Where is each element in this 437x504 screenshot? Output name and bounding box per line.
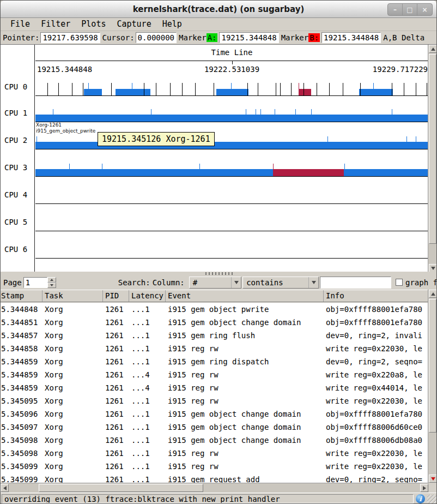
cpu-0-event-tick[interactable] <box>343 83 343 95</box>
info-icon[interactable]: i <box>416 494 425 503</box>
cpu-0-event-tick[interactable] <box>360 83 361 95</box>
table-scroll-thumb[interactable] <box>429 299 436 433</box>
table-row[interactable]: 5.344851Xorg1261...1i915_gem_object_chan… <box>1 316 429 329</box>
graph-scroll-down-icon[interactable] <box>429 264 437 272</box>
cpu-0-event-tick[interactable] <box>258 83 258 95</box>
match-select-arrow-icon[interactable] <box>308 277 318 288</box>
header-task[interactable]: Task <box>43 290 103 302</box>
cpu-2-event-tick[interactable] <box>416 136 416 149</box>
cpu-0-task-bar[interactable] <box>359 89 393 95</box>
cpu-1-event-tick[interactable] <box>260 109 261 122</box>
table-scroll-right-icon[interactable] <box>420 484 428 492</box>
menu-plots[interactable]: Plots <box>76 19 111 30</box>
cpu-0-event-tick[interactable] <box>291 83 292 95</box>
menu-filter[interactable]: Filter <box>35 19 76 30</box>
table-row[interactable]: 5.344858Xorg1261...1i915_reg_rwwrite reg… <box>1 342 429 355</box>
cpu-0-event-tick[interactable] <box>231 83 232 95</box>
cpu-0-event-tick[interactable] <box>170 83 171 95</box>
cpu-2-task-bar[interactable] <box>35 142 428 149</box>
table-row[interactable]: 5.345099Xorg1261...1i915_reg_rwwrite reg… <box>1 460 429 473</box>
table-row[interactable]: 5.345099Xorg1261...1i915_gem_request_add… <box>1 473 429 483</box>
cpu-0-event-tick[interactable] <box>182 83 183 95</box>
cpu-0-event-tick[interactable] <box>195 83 196 95</box>
cpu-2-event-tick[interactable] <box>327 136 328 149</box>
cpu-0-event-tick[interactable] <box>58 83 59 95</box>
cpu-0-event-tick[interactable] <box>156 83 156 95</box>
cpu-0-event-tick[interactable] <box>317 83 317 95</box>
search-input[interactable] <box>320 277 391 289</box>
cpu-0-event-tick[interactable] <box>111 83 112 95</box>
cpu-0-event-tick[interactable] <box>144 83 144 95</box>
cpu-0-task-bar[interactable] <box>116 89 150 95</box>
title-bar[interactable]: kernelshark(trace.dat) (on sugarbay) – □… <box>1 1 436 18</box>
header-pid[interactable]: PID <box>103 290 129 302</box>
cpu-0-event-tick[interactable] <box>72 83 72 95</box>
cpu-0-event-tick[interactable] <box>47 83 48 95</box>
cpu-3-event-tick[interactable] <box>199 164 200 176</box>
table-row[interactable]: 5.345095Xorg1261...1i915_reg_rwwrite reg… <box>1 394 429 407</box>
cpu-0-event-tick[interactable] <box>276 83 276 95</box>
cpu-3-task-bar[interactable] <box>273 169 344 176</box>
cpu-3-event-tick[interactable] <box>273 164 274 176</box>
header-info[interactable]: Info <box>324 290 429 302</box>
minimize-button[interactable]: – <box>388 4 403 15</box>
table-row[interactable]: 5.344848Xorg1261...1i915_gem_object_pwri… <box>1 303 429 316</box>
table-scroll-up-icon[interactable] <box>429 290 437 298</box>
cpu-0-event-tick[interactable] <box>247 83 248 95</box>
cpu-0-task-bar[interactable] <box>299 89 311 95</box>
graph-vscrollbar[interactable] <box>428 45 436 272</box>
cpu-2-event-tick[interactable] <box>37 136 37 149</box>
header-latency[interactable]: Latency <box>129 290 166 302</box>
cpu-1-event-tick[interactable] <box>246 109 246 122</box>
table-vscrollbar[interactable] <box>428 290 436 483</box>
resize-grip-icon[interactable] <box>427 495 437 504</box>
page-up-icon[interactable] <box>47 277 56 283</box>
marker-a-badge[interactable]: A: <box>207 33 218 42</box>
header-event[interactable]: Event <box>166 290 324 302</box>
cpu-0-event-tick[interactable] <box>427 83 427 95</box>
cpu-3-task-bar[interactable] <box>35 169 428 176</box>
cpu-1-event-tick[interactable] <box>295 109 296 122</box>
table-row[interactable]: 5.344857Xorg1261...1i915_gem_ring_flushd… <box>1 329 429 342</box>
marker-b-badge[interactable]: B: <box>308 33 320 42</box>
table-row[interactable]: 5.344859Xorg1261...4i915_reg_rwwrite reg… <box>1 381 429 394</box>
cpu-3-event-tick[interactable] <box>344 164 345 176</box>
column-select[interactable]: # <box>189 277 241 289</box>
table-row[interactable]: 5.344859Xorg1261...1i915_gem_ring_dispat… <box>1 355 429 368</box>
match-select[interactable]: contains <box>242 277 319 289</box>
cpu-0-event-tick[interactable] <box>280 83 281 95</box>
table-row[interactable]: 5.344859Xorg1261...4i915_reg_rwwrite reg… <box>1 368 429 381</box>
menu-help[interactable]: Help <box>157 19 187 30</box>
table-hscrollbar[interactable] <box>1 483 429 493</box>
cpu-3-event-tick[interactable] <box>69 164 70 176</box>
page-value[interactable]: 1 <box>23 277 47 288</box>
graph-scroll-thumb[interactable] <box>429 54 436 244</box>
column-select-arrow-icon[interactable] <box>231 277 241 288</box>
table-row[interactable]: 5.345097Xorg1261...1i915_gem_object_chan… <box>1 421 429 434</box>
table-row[interactable]: 5.345098Xorg1261...1i915_gem_object_chan… <box>1 434 429 447</box>
cpu-1-event-tick[interactable] <box>311 109 312 122</box>
cpu-0-task-bar[interactable] <box>216 89 249 95</box>
cpu-1-event-tick[interactable] <box>53 109 53 122</box>
cpu-3-event-tick[interactable] <box>102 164 102 176</box>
table-row[interactable]: 5.345098Xorg1261...1i915_reg_rwwrite reg… <box>1 447 429 460</box>
cpu-0-event-tick[interactable] <box>214 83 214 95</box>
cpu-1-event-tick[interactable] <box>256 109 256 122</box>
graph-scroll-up-icon[interactable] <box>429 45 437 53</box>
cpu-0-event-tick[interactable] <box>304 83 304 95</box>
table-row[interactable]: 5.345096Xorg1261...1i915_gem_object_chan… <box>1 407 429 421</box>
cpu-0-event-tick[interactable] <box>373 83 374 95</box>
table-scroll-down-icon[interactable] <box>429 475 437 483</box>
cpu-0-event-tick[interactable] <box>392 83 392 95</box>
cpu-0-event-tick[interactable] <box>416 83 416 95</box>
table-scroll-left-icon[interactable] <box>1 484 9 492</box>
close-button[interactable]: × <box>417 4 432 15</box>
cpu-1-event-tick[interactable] <box>275 109 275 122</box>
cpu-2-event-tick[interactable] <box>406 136 407 149</box>
cpu-1-event-tick[interactable] <box>392 109 392 122</box>
graph-follows-checkbox[interactable] <box>396 279 403 286</box>
cpu-0-event-tick[interactable] <box>88 83 89 95</box>
table-hscroll-thumb[interactable] <box>39 484 203 492</box>
page-down-icon[interactable] <box>47 283 56 288</box>
menu-file[interactable]: File <box>5 19 35 30</box>
